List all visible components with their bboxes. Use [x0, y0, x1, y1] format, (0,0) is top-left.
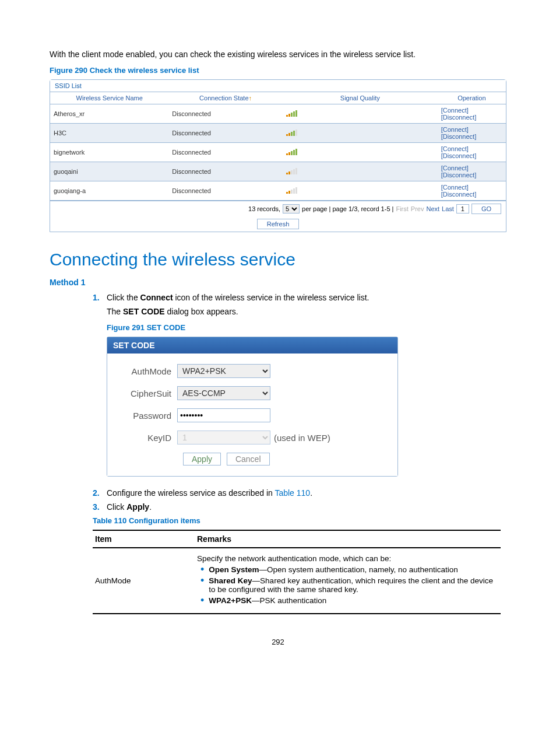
- cell-state: Disconnected: [168, 181, 283, 201]
- refresh-button[interactable]: Refresh: [257, 219, 300, 229]
- table-110-link[interactable]: Table 110: [275, 488, 310, 498]
- ssid-list-panel: SSID List Wireless Service Name Connecti…: [50, 79, 506, 232]
- config-th-remarks: Remarks: [195, 530, 501, 548]
- disconnect-link[interactable]: [Disconnect]: [441, 133, 477, 140]
- cell-name: bignetwork: [50, 143, 168, 162]
- go-button[interactable]: GO: [471, 204, 501, 214]
- signal-icon: [286, 168, 298, 176]
- keyid-select: 1: [177, 430, 270, 444]
- cell-signal: [283, 162, 438, 181]
- ssid-table: Wireless Service Name Connection State↑ …: [50, 92, 506, 201]
- table-row: guoqiang-aDisconnected[Connect][Disconne…: [50, 181, 506, 201]
- figure-291-caption: Figure 291 SET CODE: [107, 323, 506, 332]
- cell-signal: [283, 181, 438, 201]
- password-label: Password: [119, 411, 177, 421]
- apply-button[interactable]: Apply: [183, 453, 221, 466]
- per-page-select[interactable]: 5: [283, 204, 300, 214]
- col-signal-quality[interactable]: Signal Quality: [283, 92, 438, 104]
- table-row: Atheros_xrDisconnected[Connect][Disconne…: [50, 104, 506, 124]
- config-remarks: Specify the network authentication mode,…: [195, 548, 501, 614]
- disconnect-link[interactable]: [Disconnect]: [441, 114, 477, 121]
- step-3-number: 3.: [93, 502, 107, 512]
- step-2-number: 2.: [93, 488, 107, 498]
- intro-paragraph: With the client mode enabled, you can ch…: [50, 50, 506, 59]
- connect-link[interactable]: [Connect]: [441, 107, 469, 114]
- ssid-panel-title: SSID List: [50, 80, 506, 92]
- page-number: 292: [50, 638, 506, 646]
- step-1-number: 1.: [93, 293, 107, 477]
- table-row: guoqainiDisconnected[Connect][Disconnect…: [50, 162, 506, 181]
- ciphersuit-label: CipherSuit: [119, 388, 177, 398]
- table-110-caption: Table 110 Configuration items: [93, 516, 506, 525]
- records-label: 13 records,: [248, 205, 280, 212]
- pager-first[interactable]: First: [396, 205, 408, 212]
- cell-state: Disconnected: [168, 124, 283, 143]
- signal-icon: [286, 187, 298, 195]
- section-heading: Connecting the wireless service: [50, 250, 506, 270]
- ciphersuit-select[interactable]: AES-CCMP: [177, 386, 270, 400]
- table-row: bignetworkDisconnected[Connect][Disconne…: [50, 143, 506, 162]
- step-2-body: Configure the wireless service as descri…: [107, 488, 506, 498]
- connect-link[interactable]: [Connect]: [441, 184, 469, 191]
- cell-name: guoqiang-a: [50, 181, 168, 201]
- per-page-label: per page | page 1/3, record 1-5 |: [302, 205, 393, 212]
- cell-name: guoqaini: [50, 162, 168, 181]
- step-3-body: Click Apply.: [107, 502, 506, 512]
- method-1-heading: Method 1: [50, 278, 506, 287]
- authmode-label: AuthMode: [119, 366, 177, 376]
- config-th-item: Item: [93, 530, 195, 548]
- cancel-button[interactable]: Cancel: [227, 453, 270, 466]
- set-code-title: SET CODE: [107, 337, 397, 354]
- cell-name: H3C: [50, 124, 168, 143]
- config-item-authmode: AuthMode: [93, 548, 195, 614]
- disconnect-link[interactable]: [Disconnect]: [441, 152, 477, 159]
- keyid-note: (used in WEP): [274, 433, 330, 443]
- config-table: Item Remarks AuthMode Specify the networ…: [93, 530, 501, 614]
- cell-state: Disconnected: [168, 104, 283, 124]
- connect-link[interactable]: [Connect]: [441, 145, 469, 152]
- connect-link[interactable]: [Connect]: [441, 126, 469, 133]
- disconnect-link[interactable]: [Disconnect]: [441, 191, 477, 198]
- cell-signal: [283, 104, 438, 124]
- col-connection-state[interactable]: Connection State↑: [168, 92, 283, 104]
- pager-next[interactable]: Next: [426, 205, 439, 212]
- disconnect-link[interactable]: [Disconnect]: [441, 172, 477, 178]
- col-wireless-name[interactable]: Wireless Service Name: [50, 92, 168, 104]
- page-input[interactable]: [456, 204, 469, 214]
- keyid-label: KeyID: [119, 433, 177, 443]
- authmode-select[interactable]: WPA2+PSK: [177, 364, 270, 378]
- signal-icon: [286, 110, 298, 118]
- cell-signal: [283, 124, 438, 143]
- cell-name: Atheros_xr: [50, 104, 168, 124]
- pager-prev[interactable]: Prev: [411, 205, 424, 212]
- cell-state: Disconnected: [168, 143, 283, 162]
- signal-icon: [286, 130, 298, 137]
- set-code-dialog: SET CODE AuthMode WPA2+PSK CipherSuit AE…: [107, 337, 398, 477]
- col-operation: Operation: [438, 92, 506, 104]
- pager-last[interactable]: Last: [442, 205, 454, 212]
- signal-icon: [286, 149, 298, 156]
- connect-link[interactable]: [Connect]: [441, 164, 469, 172]
- cell-signal: [283, 143, 438, 162]
- step-1-body: Click the Connect icon of the wireless s…: [107, 293, 506, 477]
- figure-290-caption: Figure 290 Check the wireless service li…: [50, 66, 506, 75]
- table-row: H3CDisconnected[Connect][Disconnect]: [50, 124, 506, 143]
- password-input[interactable]: [177, 408, 270, 422]
- cell-state: Disconnected: [168, 162, 283, 181]
- pager: 13 records, 5 per page | page 1/3, recor…: [50, 201, 506, 216]
